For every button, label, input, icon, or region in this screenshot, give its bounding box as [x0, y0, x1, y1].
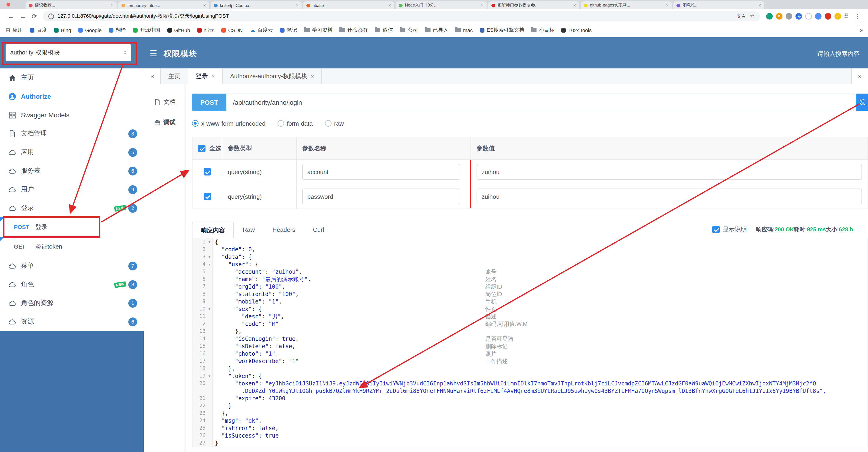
sidebar-item-9[interactable]: 角色 NEW 8 [0, 275, 144, 294]
sidebar-item-5[interactable]: 服务表 6 [0, 162, 144, 180]
bookmark-item[interactable]: 笔记 [280, 27, 297, 33]
tab-close-icon[interactable]: × [481, 3, 484, 8]
bookmark-item[interactable]: 翻译 [108, 27, 126, 33]
bookmark-item[interactable]: ES搜索引擎文档 [480, 27, 524, 33]
select-all-checkbox[interactable] [198, 144, 206, 152]
response-tab[interactable]: Raw [234, 221, 264, 238]
sidebar-item-11[interactable]: 资源 6 [0, 312, 144, 331]
sidebar-item-8[interactable]: 菜单 7 [0, 256, 144, 275]
bookmark-item[interactable]: 学习资料 [304, 27, 333, 33]
doc-tab-debug[interactable]: 调试 [144, 112, 185, 133]
tab-close-icon[interactable]: × [573, 3, 576, 8]
close-tab-icon[interactable]: × [311, 73, 314, 79]
forward-icon[interactable]: → [20, 12, 26, 20]
sidebar-item-7[interactable]: 登录 NEW 2 [0, 199, 144, 217]
param-value-input[interactable] [476, 164, 862, 180]
extension-icon[interactable]: ✳ [834, 13, 841, 19]
sidebar-item-0[interactable]: 主页 [0, 68, 144, 87]
tab-close-icon[interactable]: × [203, 3, 206, 8]
bookmark-item[interactable]: 码云 [197, 27, 214, 33]
fold-caret-icon[interactable]: ▾ [207, 253, 213, 261]
bookmark-star-icon[interactable]: ☆ [750, 13, 754, 19]
extension-icon[interactable] [815, 13, 821, 19]
browser-tab[interactable]: github-pages实现网... × [581, 1, 672, 9]
extension-icon[interactable]: G [776, 13, 782, 19]
expand-response-icon[interactable] [858, 227, 863, 232]
response-tab[interactable]: Curl [304, 221, 333, 238]
fold-caret-icon[interactable]: ▾ [207, 372, 213, 380]
browser-menu-icon[interactable]: ⋮ [854, 12, 861, 20]
bookmark-item[interactable]: 百度 [30, 27, 47, 33]
bookmarks-overflow-icon[interactable]: » [858, 23, 865, 37]
bookmark-item[interactable]: ☁百度云 [250, 27, 273, 33]
translate-icon[interactable]: 文A [737, 12, 745, 20]
content-type-radio[interactable]: x-www-form-urlencoded [192, 120, 266, 127]
sidebar-item-10[interactable]: 角色的资源 1 [0, 294, 144, 312]
fold-caret-icon[interactable]: ▾ [207, 238, 213, 246]
param-checkbox[interactable] [204, 168, 211, 176]
param-value-input[interactable] [476, 189, 862, 204]
browser-tab[interactable]: temporary-interi... × [118, 1, 209, 9]
bookmark-item[interactable]: 公司 [400, 27, 418, 33]
window-close-button[interactable] [6, 3, 10, 6]
param-checkbox[interactable] [204, 193, 211, 200]
bookmark-item[interactable]: CSDN [221, 27, 243, 33]
expand-tabs-icon[interactable]: » [851, 68, 868, 84]
content-type-radio[interactable]: form-data [278, 120, 313, 127]
extension-icon[interactable]: jsp [795, 13, 802, 19]
fold-caret-icon[interactable]: ▾ [207, 305, 213, 313]
site-info-icon[interactable]: i [48, 13, 54, 19]
tab-close-icon[interactable]: × [758, 3, 761, 8]
param-name-input[interactable] [302, 164, 460, 180]
fold-caret-icon[interactable]: ▾ [207, 261, 213, 268]
bookmark-item[interactable]: GitHub [167, 27, 190, 33]
close-tab-icon[interactable]: × [212, 73, 215, 79]
tab-close-icon[interactable]: × [111, 3, 114, 8]
param-name-input[interactable] [302, 189, 460, 204]
doc-tab-doc[interactable]: 文档 [144, 92, 185, 112]
send-button[interactable]: 发 [856, 93, 868, 111]
show-description-checkbox[interactable] [712, 226, 720, 233]
tab-close-icon[interactable]: × [388, 3, 391, 8]
bookmark-item[interactable]: Bing [54, 27, 71, 33]
apps-grid-icon[interactable]: ⠿ [844, 12, 848, 20]
tab-close-icon[interactable]: × [296, 3, 299, 8]
browser-tab[interactable]: hbase × [303, 1, 394, 9]
sidebar-api-item-post[interactable]: POST 登录 [0, 217, 144, 237]
workspace-tab[interactable]: Authorize-authority-权限模块× [223, 68, 322, 84]
sidebar-api-item-get[interactable]: GET 验证token [0, 237, 144, 256]
bookmark-item[interactable]: mac [455, 27, 473, 33]
extension-icon[interactable] [805, 13, 811, 19]
bookmark-item[interactable]: 1024Tools [561, 27, 592, 33]
collapse-tabs-icon[interactable]: « [144, 68, 161, 84]
browser-tab[interactable]: 图解接口参数提交参... × [488, 1, 579, 9]
api-group-select[interactable]: authority-权限模块 ▲▼ [6, 44, 131, 61]
header-search-input[interactable]: 请输入搜索内容 [817, 50, 860, 58]
sidebar-item-3[interactable]: 文档管理 3 [0, 124, 144, 143]
bookmark-item[interactable]: 已导入 [425, 27, 448, 33]
extension-icon[interactable] [766, 13, 772, 19]
back-icon[interactable]: ← [7, 12, 14, 20]
sidebar-item-1[interactable]: Authorize [0, 87, 144, 106]
reload-icon[interactable]: ⟳ [32, 12, 37, 20]
browser-tab[interactable]: Node入门〈9分... × [396, 1, 487, 9]
bookmark-item[interactable]: 微信 [375, 27, 393, 33]
response-tab[interactable]: 响应内容 [192, 222, 234, 238]
browser-tab[interactable]: knife4j - Compa... × [211, 1, 302, 9]
sidebar-item-4[interactable]: 应用 5 [0, 143, 144, 162]
response-tab[interactable]: Headers [264, 221, 304, 238]
content-type-radio[interactable]: raw [325, 120, 344, 127]
address-bar[interactable]: i 127.0.0.1:8760/api/gate/doc.html#/auth… [42, 11, 760, 21]
tab-close-icon[interactable]: × [666, 3, 669, 8]
menu-toggle-icon[interactable]: ☰ [150, 49, 157, 59]
bookmark-item[interactable]: ⊞应用 [6, 27, 23, 33]
extension-icon[interactable] [825, 13, 831, 19]
bookmark-item[interactable]: Google [78, 27, 101, 33]
bookmark-item[interactable]: 开源中国 [133, 27, 160, 33]
browser-tab[interactable]: 消息推... × [673, 1, 764, 9]
bookmark-item[interactable]: 什么都有 [339, 27, 368, 33]
workspace-tab[interactable]: 主页 [161, 68, 188, 84]
extension-icon[interactable] [785, 13, 792, 19]
browser-tab[interactable]: 建议收藏... × [26, 1, 117, 9]
sidebar-item-6[interactable]: 用户 9 [0, 180, 144, 199]
